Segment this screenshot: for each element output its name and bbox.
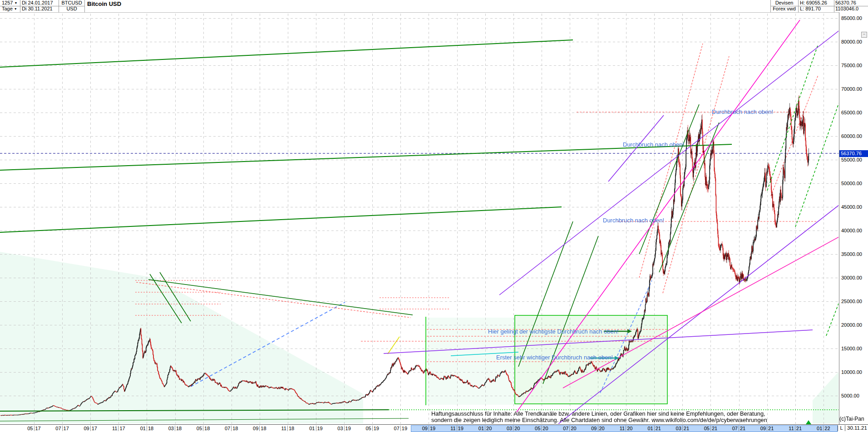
- chart-annotation: Hier gelingt der wichtigste Durchbruch n…: [488, 328, 619, 335]
- period-dropdown[interactable]: Tage▼: [2, 6, 19, 12]
- x-axis-label: 0517: [24, 425, 44, 432]
- volume-value: 1103046.0: [835, 6, 867, 12]
- y-axis-label: 85000.00: [841, 15, 862, 21]
- y-axis-label: 20000.00: [841, 322, 862, 328]
- taipan-chart-window: { "header": { "bars": "1257", "period": …: [0, 0, 868, 432]
- current-price-tag: 56370.76: [839, 150, 868, 157]
- chevron-down-icon: ▼: [14, 1, 17, 5]
- x-axis-label: 0918: [250, 425, 270, 432]
- divider: [770, 6, 868, 6]
- copyright-label: (c)Tai-Pan: [839, 416, 864, 422]
- divider: [84, 0, 85, 12]
- y-axis-label: 55000.00: [841, 157, 862, 162]
- feed-label: Forex vwd: [772, 6, 797, 12]
- last-bar-triangle-icon: [806, 420, 811, 424]
- y-axis-label: 15000.00: [841, 346, 862, 351]
- divider: [0, 6, 84, 6]
- y-axis-label: 75000.00: [841, 63, 862, 68]
- chart-header: 1257▼ Tage▼ Di 24.01.2017 Di 30.11.2021 …: [0, 0, 868, 13]
- last-price: 56370.76: [835, 0, 867, 6]
- x-axis-label: 0120: [475, 425, 495, 432]
- date-from: Di 24.01.2017: [22, 0, 58, 6]
- x-axis-label: 0119: [306, 425, 326, 432]
- x-axis-label: 1119: [447, 425, 467, 432]
- y-axis-label: 50000.00: [841, 181, 862, 186]
- x-axis-label: 0721: [729, 425, 749, 432]
- symbol-currency: USD: [60, 6, 84, 12]
- y-axis-label: 80000.00: [841, 39, 862, 44]
- y-axis-label: 45000.00: [841, 204, 862, 210]
- chevron-down-icon: ▼: [14, 7, 17, 10]
- y-axis-label: 10000.00: [841, 369, 862, 375]
- chart-annotation: Durchbruch nach oben!: [712, 108, 773, 115]
- date-axis-scrollbar[interactable]: L 30.11.21 05170717091711170118031805180…: [0, 424, 868, 432]
- last-bar-marker: L: [838, 425, 845, 431]
- disclaimer-text: Haftungsausschluss für Inhalte: Alle Tre…: [431, 411, 767, 423]
- x-axis-label: 0521: [700, 425, 720, 432]
- disclaimer-line1: Haftungsausschluss für Inhalte: Alle Tre…: [431, 411, 767, 417]
- bar-count-dropdown[interactable]: 1257▼: [2, 0, 19, 6]
- x-axis-label: 0917: [80, 425, 100, 432]
- date-to: Di 30.11.2021: [22, 6, 58, 12]
- x-axis-label: 0520: [532, 425, 552, 432]
- x-axis-label: 0122: [814, 425, 833, 432]
- disclaimer-line2: sondern die zeigen lediglich meine Einsc…: [431, 417, 767, 423]
- x-axis-label: 0719: [390, 425, 410, 432]
- y-axis-label: 35000.00: [841, 251, 862, 257]
- y-axis-label: 25000.00: [841, 299, 862, 304]
- period-low: L: 891.70: [800, 6, 833, 12]
- price-chart[interactable]: [0, 12, 839, 424]
- x-axis-label: 0118: [137, 425, 157, 432]
- x-axis-label: 1117: [108, 425, 128, 432]
- x-axis-label: 0518: [193, 425, 213, 432]
- x-axis-label: 0318: [165, 425, 185, 432]
- x-axis-label: 1121: [785, 425, 805, 432]
- symbol-code: BTCUSD: [60, 0, 84, 6]
- x-axis-label: 0720: [560, 425, 580, 432]
- y-axis-label: 40000.00: [841, 228, 862, 233]
- y-axis-label: 70000.00: [841, 86, 862, 92]
- x-axis-label: 0121: [644, 425, 664, 432]
- y-axis-label: 60000.00: [841, 133, 862, 139]
- x-axis-label: 0919: [419, 425, 439, 432]
- x-axis-label: 1120: [616, 425, 636, 432]
- y-axis-label: 5000.00: [841, 393, 859, 398]
- page-title: Bitcoin USD: [87, 0, 223, 7]
- price-axis[interactable]: 85000.0080000.0075000.0070000.0065000.00…: [839, 12, 868, 424]
- chart-annotation: Durchbruch nach oben!: [603, 217, 664, 224]
- x-axis-label: 0519: [362, 425, 382, 432]
- market-label: Devisen: [772, 0, 797, 6]
- x-axis-label: 1118: [278, 425, 298, 432]
- x-axis-label: 0718: [222, 425, 242, 432]
- chart-annotation: Durchbruch nach oben!: [623, 141, 684, 148]
- collapse-axis-icon[interactable]: −: [861, 32, 867, 38]
- y-axis-label: 65000.00: [841, 110, 862, 115]
- chart-annotation: Erster sehr wichtiger Durchbruch nach ob…: [496, 354, 613, 361]
- x-axis-label: 0321: [672, 425, 692, 432]
- y-axis-label: 30000.00: [841, 275, 862, 280]
- last-date-label: 30.11.21: [847, 425, 867, 431]
- x-axis-label: 0320: [503, 425, 523, 432]
- x-axis-label: 0319: [334, 425, 354, 432]
- x-axis-label: 0920: [588, 425, 608, 432]
- x-axis-label: 0717: [52, 425, 72, 432]
- period-high: H: 69055.26: [800, 0, 833, 6]
- x-axis-label: 0921: [757, 425, 777, 432]
